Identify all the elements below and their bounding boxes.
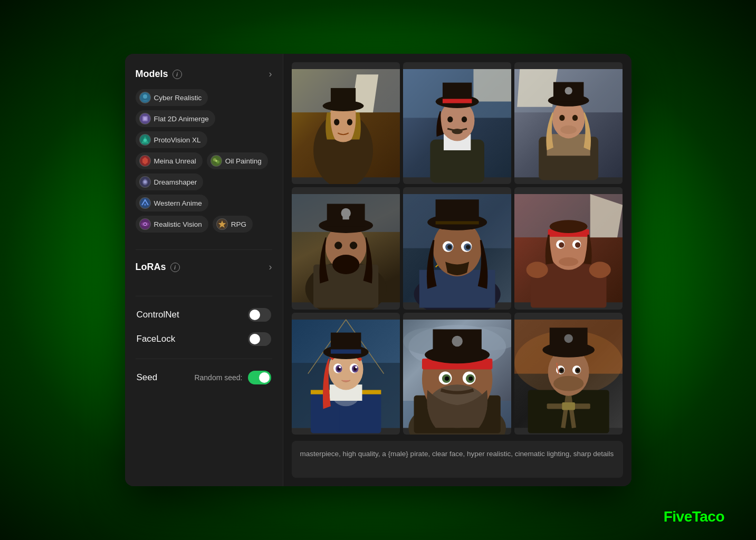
model-chip-cyber-realistic[interactable]: Cyber Realistic xyxy=(136,89,208,106)
model-label-western-anime: Western Anime xyxy=(154,199,202,207)
seed-controls: Random seed: xyxy=(194,371,271,384)
svg-point-50 xyxy=(565,87,572,94)
prompt-box[interactable]: masterpiece, high quality, a {male} pira… xyxy=(292,441,623,478)
seed-row: Seed Random seed: xyxy=(136,371,272,384)
svg-point-15 xyxy=(144,204,146,206)
model-chip-oil-painting[interactable]: Oil Painting xyxy=(207,152,268,169)
svg-point-135 xyxy=(468,376,473,380)
svg-point-116 xyxy=(355,366,357,368)
model-icon-meina xyxy=(139,155,151,167)
loras-info-icon[interactable]: i xyxy=(170,263,180,272)
facelock-toggle[interactable] xyxy=(248,332,271,346)
model-icon-cyber-realistic xyxy=(139,92,151,103)
random-seed-toggle[interactable] xyxy=(248,371,271,384)
model-label-cyber-realistic: Cyber Realistic xyxy=(154,94,202,102)
model-chip-realistic-vision[interactable]: Realistic Vision xyxy=(136,216,208,233)
svg-point-19 xyxy=(144,224,146,225)
model-icon-protovision xyxy=(139,134,151,146)
model-label-realistic-vision: Realistic Vision xyxy=(154,220,202,228)
divider-1 xyxy=(136,249,272,250)
svg-point-115 xyxy=(339,366,341,368)
controlnet-label: ControlNet xyxy=(137,310,179,320)
facelock-label: FaceLock xyxy=(137,334,176,344)
model-chip-protovision[interactable]: ProtoVision XL xyxy=(136,131,207,148)
image-cell-9[interactable] xyxy=(514,313,623,435)
loras-section-header: LoRAs i › xyxy=(136,262,272,273)
svg-point-129 xyxy=(452,335,463,346)
svg-rect-27 xyxy=(330,88,355,107)
divider-3 xyxy=(136,359,272,359)
svg-point-80 xyxy=(466,245,470,249)
divider-2 xyxy=(136,296,272,296)
svg-point-95 xyxy=(559,257,578,266)
loras-section: LoRAs i › xyxy=(136,262,272,282)
svg-point-13 xyxy=(143,180,147,184)
svg-point-134 xyxy=(445,376,449,380)
svg-point-40 xyxy=(462,117,467,122)
svg-rect-73 xyxy=(435,200,479,224)
random-seed-text: Random seed: xyxy=(194,373,242,382)
image-cell-8[interactable] xyxy=(403,313,511,435)
main-content: masterpiece, high quality, a {male} pira… xyxy=(283,54,631,486)
facelock-row: FaceLock xyxy=(136,332,272,346)
svg-point-146 xyxy=(564,334,573,342)
svg-point-51 xyxy=(559,115,564,121)
loras-title: LoRAs i xyxy=(136,262,180,273)
model-label-oil-painting: Oil Painting xyxy=(225,157,262,165)
svg-point-6 xyxy=(143,139,147,142)
loras-label: LoRAs xyxy=(136,262,166,273)
svg-point-151 xyxy=(560,369,563,372)
loras-chevron-icon[interactable]: › xyxy=(269,262,272,273)
svg-point-86 xyxy=(589,262,611,278)
svg-point-39 xyxy=(447,117,453,122)
image-cell-5[interactable] xyxy=(403,187,511,309)
controlnet-toggle[interactable] xyxy=(248,308,271,322)
image-cell-2[interactable] xyxy=(403,62,511,184)
svg-point-29 xyxy=(347,119,352,125)
image-cell-7[interactable] xyxy=(292,313,400,435)
image-cell-6[interactable] xyxy=(514,187,623,309)
random-seed-toggle-knob xyxy=(259,372,270,383)
svg-point-92 xyxy=(559,243,564,248)
sidebar: Models i › Cyber Realistic xyxy=(125,54,283,486)
image-cell-3[interactable] xyxy=(514,62,623,184)
image-cell-1[interactable] xyxy=(292,62,400,184)
svg-point-41 xyxy=(452,129,463,134)
svg-point-11 xyxy=(215,160,217,162)
model-icon-flat-2d xyxy=(139,113,151,124)
svg-rect-38 xyxy=(443,99,472,103)
model-chip-meina[interactable]: Meina Unreal xyxy=(136,152,203,169)
model-chip-dreamshaper[interactable]: Dreamshaper xyxy=(136,173,204,190)
svg-rect-62 xyxy=(342,216,349,219)
model-chip-flat-2d[interactable]: Flat 2D Animerge xyxy=(136,110,215,127)
svg-point-52 xyxy=(572,115,578,121)
svg-rect-4 xyxy=(143,117,147,120)
controlnet-row: ControlNet xyxy=(136,308,272,322)
model-label-protovision: ProtoVision XL xyxy=(154,136,201,144)
model-icon-oil-painting xyxy=(210,155,222,167)
model-chip-western-anime[interactable]: Western Anime xyxy=(136,195,208,211)
svg-point-85 xyxy=(527,262,548,278)
brand-watermark: FiveTaco xyxy=(664,508,724,525)
facelock-toggle-knob xyxy=(250,334,260,344)
svg-point-143 xyxy=(553,375,583,391)
svg-point-28 xyxy=(334,119,339,125)
models-label: Models xyxy=(136,69,168,80)
models-title: Models i xyxy=(136,69,182,80)
model-icon-western-anime xyxy=(139,197,151,209)
svg-marker-32 xyxy=(473,69,511,102)
model-chip-rpg[interactable]: RPG xyxy=(213,216,253,233)
svg-point-93 xyxy=(575,243,580,248)
model-label-flat-2d: Flat 2D Animerge xyxy=(154,115,209,123)
models-info-icon[interactable]: i xyxy=(173,70,182,79)
svg-point-63 xyxy=(332,255,359,274)
image-cell-4[interactable] xyxy=(292,187,400,309)
svg-rect-141 xyxy=(562,402,576,410)
seed-label: Seed xyxy=(137,372,158,383)
model-label-rpg: RPG xyxy=(231,220,246,228)
model-label-dreamshaper: Dreamshaper xyxy=(154,178,197,186)
svg-point-64 xyxy=(334,242,342,249)
svg-rect-74 xyxy=(435,221,479,225)
model-icon-rpg xyxy=(216,218,228,230)
models-chevron-icon[interactable]: › xyxy=(269,69,272,80)
